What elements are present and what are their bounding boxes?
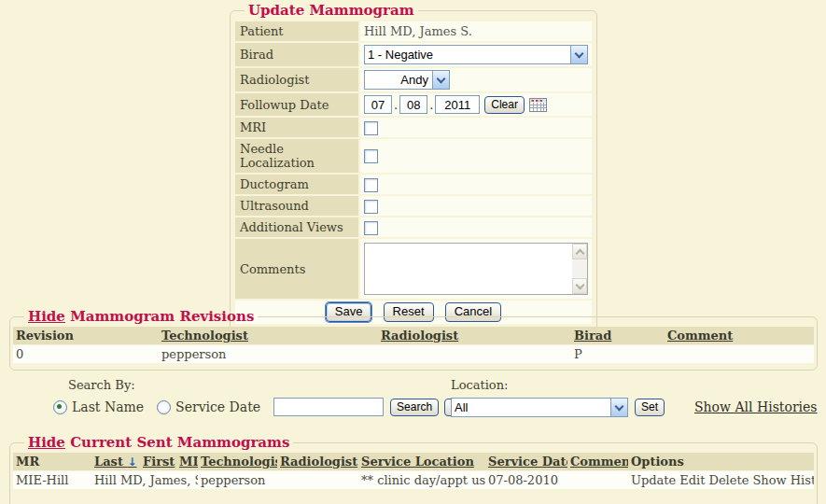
mri-checkbox[interactable]: [364, 121, 378, 135]
comments-label: Comments: [235, 239, 358, 299]
radiologist-selected-value: Andy: [365, 71, 432, 89]
date-separator: .: [394, 98, 398, 112]
comments-field: [364, 243, 588, 295]
revision-cell: 0: [13, 345, 159, 363]
column-last[interactable]: Last ↓: [91, 453, 140, 470]
sent-mammograms-table: MR Last ↓ First MI Technologist Radiolog…: [13, 452, 814, 490]
service-date-radio[interactable]: [157, 400, 171, 414]
radiologist-cell: [378, 345, 571, 363]
column-technologist[interactable]: Technologist: [159, 327, 378, 344]
show-history-link[interactable]: Show History: [752, 473, 814, 487]
ultrasound-row: Ultrasound: [235, 196, 592, 216]
additional-views-row: Additional Views: [235, 217, 592, 237]
column-first[interactable]: First: [140, 453, 176, 470]
column-comment[interactable]: Comment: [665, 327, 814, 344]
location-selected-value: All: [452, 399, 610, 416]
search-input[interactable]: [273, 398, 384, 416]
column-mi[interactable]: MI: [176, 453, 198, 470]
column-birad[interactable]: Birad: [571, 327, 665, 344]
show-all-histories-link[interactable]: Show All Histories: [694, 399, 818, 414]
search-section: Search By: Last Name Service Date Search…: [0, 375, 826, 433]
comments-scrollbar[interactable]: [572, 244, 587, 294]
hide-revisions-link[interactable]: Hide: [28, 308, 65, 325]
current-sent-mammograms-panel: Hide Current Sent Mammograms MR Last ↓ F…: [9, 434, 818, 504]
ultrasound-checkbox[interactable]: [364, 200, 378, 214]
column-revision: Revision: [13, 327, 159, 344]
current-sent-mammograms-section: Hide Current Sent Mammograms MR Last ↓ F…: [9, 434, 818, 504]
mammogram-revisions-title: Mammogram Revisions: [70, 308, 254, 325]
service-location-cell: ** clinic day/appt use: [358, 471, 485, 489]
search-button[interactable]: Search: [390, 399, 439, 416]
followup-date-label: Followup Date: [235, 93, 358, 116]
followup-month-input[interactable]: [364, 95, 392, 114]
date-separator: .: [429, 98, 433, 112]
radiologist-row: Radiologist Andy: [235, 68, 592, 91]
column-radiologist[interactable]: Radiologist: [277, 453, 358, 470]
edit-link[interactable]: Edit: [679, 473, 705, 487]
birad-selected-value: 1 - Negative: [365, 46, 570, 63]
chevron-down-icon: [570, 46, 587, 63]
date-clear-button[interactable]: Clear: [484, 96, 525, 114]
sort-descending-icon: ↓: [127, 455, 136, 469]
current-sent-mammograms-title: Current Sent Mammograms: [70, 434, 289, 451]
hide-sent-link[interactable]: Hide: [28, 434, 65, 451]
mammogram-revisions-legend: Hide Mammogram Revisions: [24, 308, 258, 325]
mammogram-revisions-section: Hide Mammogram Revisions Revision Techno…: [9, 308, 818, 371]
ductogram-label: Ductogram: [235, 175, 358, 194]
last-name-radio[interactable]: [53, 400, 67, 414]
additional-views-label: Additional Views: [235, 217, 358, 237]
radiologist-label: Radiologist: [235, 68, 358, 91]
location-controls: All Set: [451, 398, 665, 417]
technologist-cell: pepperson: [198, 471, 277, 489]
birad-label: Birad: [235, 43, 358, 66]
mammogram-revisions-panel: Hide Mammogram Revisions Revision Techno…: [9, 308, 818, 371]
followup-day-input[interactable]: [399, 95, 427, 114]
service-date-cell: 07-08-2010: [485, 471, 567, 489]
needle-localization-row: Needle Localization: [235, 139, 592, 173]
patient-name-cell: Hill MD, James, S.: [91, 471, 198, 489]
birad-select[interactable]: 1 - Negative: [364, 45, 588, 64]
comments-textarea[interactable]: [365, 244, 572, 294]
comments-row: Comments: [235, 239, 592, 299]
service-date-radio-label: Service Date: [175, 399, 260, 414]
update-mammogram-panel: Update Mammogram Patient Hill MD, James …: [230, 2, 597, 332]
location-label: Location:: [451, 378, 508, 392]
page-background: Update Mammogram Patient Hill MD, James …: [0, 0, 826, 504]
mri-label: MRI: [235, 118, 358, 137]
followup-year-input[interactable]: [435, 95, 480, 114]
column-mr: MR: [13, 453, 91, 470]
column-comment[interactable]: Comment: [567, 453, 628, 470]
revision-row: 0 pepperson P: [13, 345, 814, 363]
comment-cell: [567, 471, 628, 489]
calendar-icon[interactable]: [529, 98, 547, 112]
additional-views-checkbox[interactable]: [364, 221, 378, 235]
update-link[interactable]: Update: [631, 473, 676, 487]
patient-value: Hill MD, James S.: [364, 24, 472, 38]
scroll-up-icon[interactable]: [572, 244, 587, 259]
set-location-button[interactable]: Set: [635, 399, 665, 416]
column-radiologist[interactable]: Radiologist: [378, 327, 571, 344]
revisions-table: Revision Technologist Radiologist Birad …: [13, 326, 814, 364]
column-technologist[interactable]: Technologist: [198, 453, 277, 470]
update-mammogram-section: Update Mammogram Patient Hill MD, James …: [230, 2, 597, 332]
chevron-down-icon: [432, 71, 449, 89]
current-sent-mammograms-legend: Hide Current Sent Mammograms: [24, 434, 293, 451]
sent-mammogram-row: MIE-Hill Hill MD, James, S. pepperson **…: [13, 471, 814, 489]
delete-link[interactable]: Delete: [708, 473, 749, 487]
mr-cell: MIE-Hill: [13, 471, 91, 489]
ductogram-row: Ductogram: [235, 175, 592, 194]
mri-row: MRI: [235, 118, 592, 137]
needle-localization-checkbox[interactable]: [364, 149, 378, 163]
location-select[interactable]: All: [451, 398, 628, 417]
scroll-down-icon[interactable]: [572, 278, 587, 294]
search-controls: Last Name Service Date Search Clear: [53, 398, 484, 416]
search-by-label: Search By:: [68, 378, 135, 392]
radiologist-select[interactable]: Andy: [364, 70, 450, 90]
update-mammogram-form: Patient Hill MD, James S. Birad 1 - Nega…: [233, 20, 594, 326]
revisions-header-row: Revision Technologist Radiologist Birad …: [13, 327, 814, 344]
ductogram-checkbox[interactable]: [364, 178, 378, 192]
comment-cell: [665, 345, 814, 363]
patient-row: Patient Hill MD, James S.: [235, 21, 592, 41]
column-service-location[interactable]: Service Location: [358, 453, 485, 470]
column-service-date[interactable]: Service Date: [485, 453, 567, 470]
